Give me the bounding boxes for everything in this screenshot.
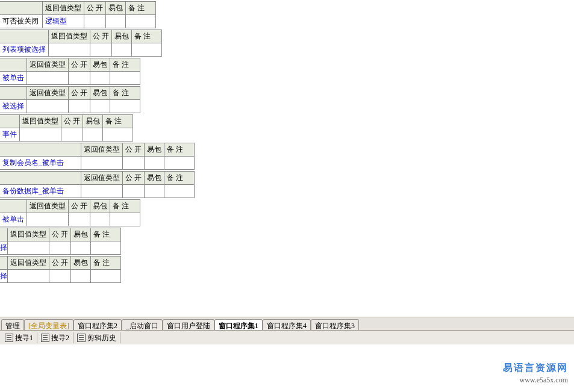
tab-user-login[interactable]: 窗口用户登陆 xyxy=(163,319,214,330)
toolbar-clip-label: 剪辑历史 xyxy=(87,333,116,343)
data-row: 择 xyxy=(0,241,121,255)
def-block-10: 返回值类型 公 开 易包 备 注 择 xyxy=(0,256,121,283)
data-row: 被选择 xyxy=(0,100,140,113)
tab-global-vars[interactable]: [全局变量表] xyxy=(24,319,73,330)
def-block-4: 返回值类型 公 开 易包 备 注 被选择 xyxy=(0,86,140,113)
toolbar-search-2[interactable]: 搜寻2 xyxy=(38,331,72,344)
def-block-3: 返回值类型 公 开 易包 备 注 被单击 xyxy=(0,58,140,85)
tab-winproc-3[interactable]: 窗口程序集3 xyxy=(311,319,359,330)
def-block-7: 返回值类型 公 开 易包 备 注 备份数据库_被单击 xyxy=(0,171,195,198)
row-name-link[interactable]: 列表项被选择 xyxy=(2,45,46,54)
header-row: 返回值类型 公 开 易包 备 注 xyxy=(0,2,155,15)
data-row: 复制会员名_被单击 xyxy=(0,157,194,170)
row-name-link[interactable]: 备份数据库_被单击 xyxy=(2,187,64,195)
data-row: 备份数据库_被单击 xyxy=(0,185,194,198)
data-row: 被单击 xyxy=(0,72,140,85)
toolbar-clip-history[interactable]: 剪辑历史 xyxy=(74,331,119,344)
row-name: 可否被关闭 xyxy=(2,17,39,25)
header-row: 返回值类型 公 开 易包 备 注 xyxy=(0,115,133,128)
data-row: 可否被关闭 逻辑型 xyxy=(0,15,155,28)
watermark-url: www.e5a5x.com xyxy=(503,376,568,385)
tab-manage[interactable]: 管理 xyxy=(1,319,24,330)
def-block-9: 返回值类型 公 开 易包 备 注 择 xyxy=(0,228,121,255)
toolbar-separator xyxy=(37,332,37,343)
header-row: 返回值类型 公 开 易包 备 注 xyxy=(0,143,194,157)
row-name-link[interactable]: 被单击 xyxy=(2,73,24,82)
tab-winproc-1[interactable]: 窗口程序集1 xyxy=(214,319,263,330)
tables-area: 返回值类型 公 开 易包 备 注 可否被关闭 逻辑型 返回值类型 公 开 易包 … xyxy=(0,0,574,283)
header-row: 返回值类型 公 开 易包 备 注 xyxy=(0,200,140,213)
row-name-link[interactable]: 被单击 xyxy=(2,215,24,223)
def-block-2: 返回值类型 公 开 易包 备 注 列表项被选择 xyxy=(0,30,162,57)
def-block-5: 返回值类型 公 开 易包 备 注 事件 xyxy=(0,114,133,142)
col-note: 备 注 xyxy=(128,4,145,12)
header-row: 返回值类型 公 开 易包 备 注 xyxy=(0,172,194,185)
header-row: 返回值类型 公 开 易包 备 注 xyxy=(0,87,140,100)
site-watermark: 易语言资源网 www.e5a5x.com xyxy=(503,362,568,385)
toolbar-search-1[interactable]: 搜寻1 xyxy=(2,331,36,344)
def-block-1: 返回值类型 公 开 易包 备 注 可否被关闭 逻辑型 xyxy=(0,1,156,28)
row-name-link[interactable]: 择 xyxy=(0,243,7,252)
row-name-link[interactable]: 择 xyxy=(0,272,7,280)
list-icon xyxy=(5,334,13,342)
col-easy-pkg: 易包 xyxy=(108,4,123,12)
data-row: 被单击 xyxy=(0,213,140,226)
row-name-link[interactable]: 复制会员名_被单击 xyxy=(2,158,64,167)
header-row: 返回值类型 公 开 易包 备 注 xyxy=(0,58,140,72)
col-return-type: 返回值类型 xyxy=(45,4,81,12)
module-tab-strip: 管理 [全局变量表] 窗口程序集2 _启动窗口 窗口用户登陆 窗口程序集1 窗口… xyxy=(0,317,574,331)
toolbar-search-1-label: 搜寻1 xyxy=(15,333,33,343)
data-row: 列表项被选择 xyxy=(0,43,162,57)
row-name-link[interactable]: 被选择 xyxy=(2,102,24,110)
toolbar-separator xyxy=(120,332,120,343)
data-row: 事件 xyxy=(0,128,133,142)
list-icon xyxy=(77,334,86,342)
def-block-6: 返回值类型 公 开 易包 备 注 复制会员名_被单击 xyxy=(0,143,195,170)
tab-start-window[interactable]: _启动窗口 xyxy=(122,319,163,330)
return-type-link[interactable]: 逻辑型 xyxy=(45,17,67,25)
search-toolbar: 搜寻1 搜寻2 剪辑历史 xyxy=(0,331,574,345)
col-public: 公 开 xyxy=(87,4,103,12)
header-row: 返回值类型 公 开 易包 备 注 xyxy=(0,228,121,241)
header-row: 返回值类型 公 开 易包 备 注 xyxy=(0,30,162,43)
tab-winproc-4[interactable]: 窗口程序集4 xyxy=(263,319,311,330)
def-block-8: 返回值类型 公 开 易包 备 注 被单击 xyxy=(0,199,140,226)
tab-winproc-2[interactable]: 窗口程序集2 xyxy=(73,319,122,330)
toolbar-search-2-label: 搜寻2 xyxy=(51,333,69,343)
header-row: 返回值类型 公 开 易包 备 注 xyxy=(0,257,121,270)
data-row: 择 xyxy=(0,270,121,283)
watermark-title: 易语言资源网 xyxy=(503,362,568,375)
toolbar-separator xyxy=(73,332,73,343)
row-name-link[interactable]: 事件 xyxy=(2,130,17,138)
list-icon xyxy=(41,334,49,342)
